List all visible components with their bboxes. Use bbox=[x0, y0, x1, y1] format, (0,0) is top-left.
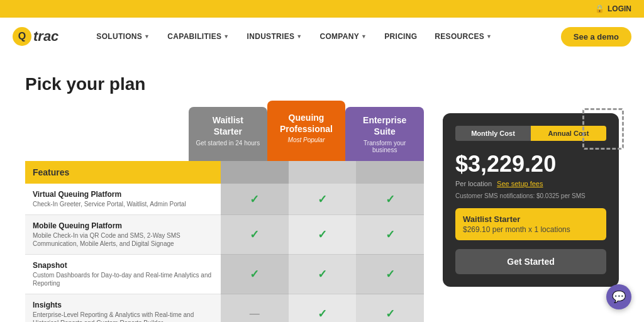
nav-solutions[interactable]: SOLUTIONS ▼ bbox=[96, 32, 150, 41]
check-icon: ✓ bbox=[386, 193, 395, 206]
plan-name-starter: WaitlistStarter bbox=[194, 114, 262, 137]
plan-header-starter: WaitlistStarter Get started in 24 hours bbox=[189, 107, 267, 161]
nav-company[interactable]: COMPANY ▼ bbox=[319, 32, 367, 41]
feature-name: Virtual Queuing Platform bbox=[33, 190, 213, 199]
check-icon: ✓ bbox=[250, 193, 259, 206]
table-row: Insights Enterprise-Level Reporting & An… bbox=[25, 294, 424, 322]
professional-cell: ✓ bbox=[289, 215, 357, 255]
selected-plan-box: Waitlist Starter $269.10 per month x 1 l… bbox=[455, 208, 606, 240]
selected-plan-name: Waitlist Starter bbox=[463, 214, 599, 224]
check-icon: ✓ bbox=[386, 268, 395, 280]
chevron-down-icon: ▼ bbox=[486, 33, 492, 40]
feature-label-cell: Snapshot Custom Dashboards for Day-to-da… bbox=[25, 255, 221, 294]
enterprise-col-header bbox=[356, 161, 424, 184]
professional-cell: ✓ bbox=[289, 255, 357, 294]
price-amount: $3,229.20 bbox=[455, 151, 606, 177]
feature-desc: Custom Dashboards for Day-to-day and Rea… bbox=[33, 271, 213, 287]
monthly-cost-button[interactable]: Monthly Cost bbox=[455, 126, 531, 141]
nav-items: SOLUTIONS ▼ CAPABILITIES ▼ INDUSTRIES ▼ … bbox=[96, 32, 560, 41]
table-row: Mobile Queuing Platform Mobile Check-In … bbox=[25, 215, 424, 255]
feature-desc: Mobile Check-In via QR Code and SMS, 2-W… bbox=[33, 231, 213, 248]
nav-resources[interactable]: RESOURCES ▼ bbox=[435, 32, 492, 41]
check-icon: ✓ bbox=[386, 308, 395, 320]
check-icon: ✓ bbox=[318, 193, 327, 206]
features-table: Features Virtual Queuing Platform Check-… bbox=[25, 161, 424, 322]
main-content: Pick your plan WaitlistStarter Get start… bbox=[0, 55, 644, 322]
demo-button[interactable]: See a demo bbox=[561, 27, 631, 47]
starter-col-header bbox=[221, 161, 289, 184]
professional-cell: ✓ bbox=[289, 294, 357, 322]
lock-icon: 🔒 bbox=[595, 4, 604, 13]
get-started-button[interactable]: Get Started bbox=[455, 249, 606, 274]
starter-cell: ✓ bbox=[221, 184, 289, 215]
chat-icon: 💬 bbox=[612, 290, 626, 304]
professional-col-header bbox=[289, 161, 357, 184]
feature-name: Insights bbox=[33, 301, 213, 309]
enterprise-cell: ✓ bbox=[356, 184, 424, 215]
table-row: Snapshot Custom Dashboards for Day-to-da… bbox=[25, 255, 424, 294]
starter-cell: — bbox=[221, 294, 289, 322]
pricing-card: Monthly Cost Annual Cost $3,229.20 Per l… bbox=[443, 113, 619, 287]
plan-name-enterprise: EnterpriseSuite bbox=[350, 114, 419, 137]
price-meta: Per location See setup fees bbox=[455, 180, 606, 187]
enterprise-cell: ✓ bbox=[356, 294, 424, 322]
logo-letter: Q bbox=[18, 31, 26, 42]
cost-toggle: Monthly Cost Annual Cost bbox=[455, 126, 606, 141]
check-icon: ✓ bbox=[318, 308, 327, 320]
feature-name: Snapshot bbox=[33, 261, 213, 270]
plan-subtitle-enterprise: Transform your business bbox=[350, 140, 419, 153]
starter-cell: ✓ bbox=[221, 255, 289, 294]
feature-label-cell: Mobile Queuing Platform Mobile Check-In … bbox=[25, 215, 221, 255]
most-popular-badge: Most Popular bbox=[272, 136, 341, 143]
plan-name-professional: QueuingProfessional bbox=[272, 112, 341, 135]
feature-label-cell: Insights Enterprise-Level Reporting & An… bbox=[25, 294, 221, 322]
selected-plan-price: $269.10 per month x 1 locations bbox=[463, 225, 599, 234]
check-icon: ✓ bbox=[250, 228, 259, 241]
professional-cell: ✓ bbox=[289, 184, 357, 215]
logo-text: trac bbox=[33, 28, 58, 45]
logo[interactable]: Q trac bbox=[13, 27, 58, 46]
chevron-down-icon: ▼ bbox=[296, 33, 302, 40]
feature-desc: Check-In Greeter, Service Portal, Waitli… bbox=[33, 200, 213, 208]
feature-desc: Enterprise-Level Reporting & Analytics w… bbox=[33, 311, 213, 322]
nav-capabilities[interactable]: CAPABILITIES ▼ bbox=[167, 32, 229, 41]
sms-note: Customer SMS notifications: $0.0325 per … bbox=[455, 192, 606, 199]
chevron-down-icon: ▼ bbox=[144, 33, 150, 40]
page-title: Pick your plan bbox=[25, 74, 619, 94]
logo-icon: Q bbox=[13, 27, 31, 46]
check-icon: ✓ bbox=[318, 228, 327, 241]
per-location-label: Per location bbox=[455, 180, 492, 187]
dash-icon: — bbox=[250, 308, 260, 319]
chevron-down-icon: ▼ bbox=[223, 33, 229, 40]
plan-header-professional: QueuingProfessional Most Popular bbox=[267, 101, 346, 161]
check-icon: ✓ bbox=[386, 228, 395, 241]
enterprise-cell: ✓ bbox=[356, 255, 424, 294]
nav-industries[interactable]: INDUSTRIES ▼ bbox=[247, 32, 303, 41]
enterprise-cell: ✓ bbox=[356, 215, 424, 255]
pricing-layout: WaitlistStarter Get started in 24 hours … bbox=[25, 107, 619, 322]
features-header-row: Features bbox=[25, 161, 424, 184]
table-row: Virtual Queuing Platform Check-In Greete… bbox=[25, 184, 424, 215]
starter-cell: ✓ bbox=[221, 215, 289, 255]
feature-label-cell: Virtual Queuing Platform Check-In Greete… bbox=[25, 184, 221, 215]
features-column-header: Features bbox=[25, 161, 221, 184]
setup-fees-link[interactable]: See setup fees bbox=[497, 180, 543, 187]
check-icon: ✓ bbox=[318, 268, 327, 280]
login-area[interactable]: 🔒 LOGIN bbox=[595, 4, 631, 13]
chevron-down-icon: ▼ bbox=[361, 33, 367, 40]
plan-subtitle-starter: Get started in 24 hours bbox=[194, 140, 262, 147]
annual-cost-button[interactable]: Annual Cost bbox=[531, 126, 606, 141]
plan-header-enterprise: EnterpriseSuite Transform your business bbox=[345, 107, 424, 161]
login-label[interactable]: LOGIN bbox=[608, 4, 631, 13]
pricing-table-section: WaitlistStarter Get started in 24 hours … bbox=[25, 107, 424, 322]
chat-bubble[interactable]: 💬 bbox=[606, 284, 631, 309]
check-icon: ✓ bbox=[250, 268, 259, 280]
navigation: Q trac SOLUTIONS ▼ CAPABILITIES ▼ INDUST… bbox=[0, 18, 644, 55]
feature-name: Mobile Queuing Platform bbox=[33, 221, 213, 230]
top-bar: 🔒 LOGIN bbox=[0, 0, 644, 18]
nav-pricing[interactable]: PRICING bbox=[384, 32, 417, 41]
